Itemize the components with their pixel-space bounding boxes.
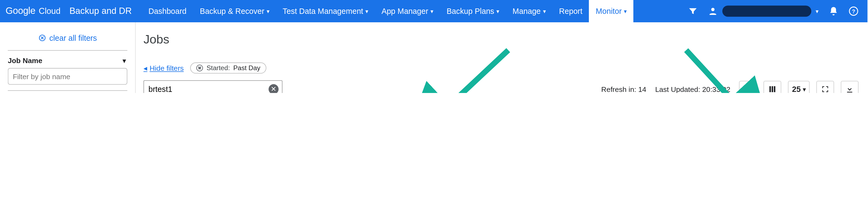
refresh-in: Refresh in: 14 (601, 85, 646, 93)
nav-item-report[interactable]: Report (552, 0, 589, 22)
refresh-button[interactable] (739, 81, 757, 93)
filter-section-job-name: Job Name▼ (8, 50, 127, 91)
user-name-redacted (722, 6, 811, 17)
fullscreen-icon (822, 85, 829, 93)
nav-item-manage[interactable]: Manage▾ (506, 0, 552, 22)
download-button[interactable] (841, 81, 859, 93)
person-icon (708, 6, 718, 16)
filter-chip-started[interactable]: Started: Past Day (190, 62, 267, 74)
filter-section-host: Host▼ (8, 90, 127, 93)
columns-button[interactable] (764, 81, 782, 93)
chevron-down-icon: ▾ (431, 8, 433, 15)
nav-label: Monitor (596, 7, 622, 16)
user-menu[interactable]: ▾ (708, 6, 818, 17)
chevron-down-icon: ▾ (365, 8, 368, 15)
chevron-down-icon: ▾ (816, 8, 818, 15)
svg-point-0 (711, 8, 714, 11)
nav-item-app-manager[interactable]: App Manager▾ (375, 0, 440, 22)
toolbar-row: ✕ Refresh in: 14 Last Updated: 20:33:02 (135, 77, 867, 93)
search-box[interactable]: ✕ (144, 80, 283, 93)
columns-icon (768, 85, 777, 93)
clear-search-icon[interactable]: ✕ (269, 84, 279, 93)
nav-label: Manage (513, 7, 541, 16)
clear-icon (38, 34, 46, 42)
svg-rect-4 (770, 86, 771, 92)
chevron-down-icon: ▼ (121, 57, 127, 64)
fullscreen-button[interactable] (816, 81, 834, 93)
nav-item-monitor[interactable]: Monitor▾ (589, 0, 633, 22)
nav-label: Report (559, 7, 582, 16)
primary-nav: DashboardBackup & Recover▾Test Data Mana… (142, 0, 633, 22)
chip-field: Started: (207, 64, 230, 72)
page-title: Jobs (135, 32, 867, 62)
filter-input-job-name[interactable] (8, 68, 127, 85)
nav-label: Test Data Management (283, 7, 363, 16)
page-size-value: 25 (792, 85, 801, 93)
nav-label: App Manager (381, 7, 428, 16)
cloud-word: Cloud (39, 6, 61, 16)
chevron-down-icon: ▾ (543, 8, 546, 15)
help-icon[interactable]: ? (848, 6, 859, 16)
chip-value: Past Day (233, 64, 260, 72)
nav-item-backup-plans[interactable]: Backup Plans▾ (440, 0, 506, 22)
filter-section-title: Job Name (8, 56, 42, 65)
chevron-down-icon: ▾ (496, 8, 499, 15)
last-updated: Last Updated: 20:33:02 (655, 85, 730, 93)
bell-icon[interactable] (829, 6, 839, 16)
hide-filters-label: Hide filters (150, 64, 184, 72)
product-name[interactable]: Backup and DR (69, 6, 132, 16)
filter-icon[interactable] (688, 6, 698, 16)
top-bar: Google Cloud Backup and DR DashboardBack… (0, 0, 867, 22)
download-icon (845, 85, 854, 93)
nav-label: Backup & Recover (200, 7, 265, 16)
chevron-down-icon: ▾ (267, 8, 269, 15)
content-area: Jobs ◂ Hide filters Started: Past Day ✕ (135, 22, 867, 93)
nav-item-test-data-management[interactable]: Test Data Management▾ (276, 0, 375, 22)
nav-item-backup-recover[interactable]: Backup & Recover▾ (193, 0, 276, 22)
clear-all-filters-label: clear all filters (50, 33, 97, 43)
chevron-left-icon: ◂ (144, 64, 147, 72)
google-word: Google (6, 6, 35, 17)
chevron-down-icon: ▾ (624, 8, 627, 15)
svg-rect-6 (774, 86, 775, 92)
nav-item-dashboard[interactable]: Dashboard (142, 0, 193, 22)
nav-label: Dashboard (148, 7, 186, 16)
chevron-down-icon: ▾ (803, 86, 806, 93)
hide-filters-link[interactable]: ◂ Hide filters (144, 64, 184, 72)
nav-label: Backup Plans (446, 7, 494, 16)
remove-chip-icon[interactable] (197, 65, 204, 72)
google-cloud-logo[interactable]: Google Cloud (6, 6, 61, 17)
svg-text:?: ? (852, 8, 855, 15)
page-size-select[interactable]: 25 ▾ (788, 81, 810, 93)
refresh-icon (744, 85, 753, 93)
search-input[interactable] (148, 85, 269, 93)
filter-section-header[interactable]: Job Name▼ (8, 55, 127, 68)
applied-filters-bar: ◂ Hide filters Started: Past Day (135, 62, 867, 77)
topbar-actions: ▾ ? (688, 0, 867, 22)
filter-sidebar: clear all filters Job Name▼Host▼Target H… (0, 22, 135, 93)
svg-rect-5 (772, 86, 773, 92)
clear-all-filters-link[interactable]: clear all filters (8, 29, 127, 50)
brand-block: Google Cloud Backup and DR (0, 0, 142, 22)
